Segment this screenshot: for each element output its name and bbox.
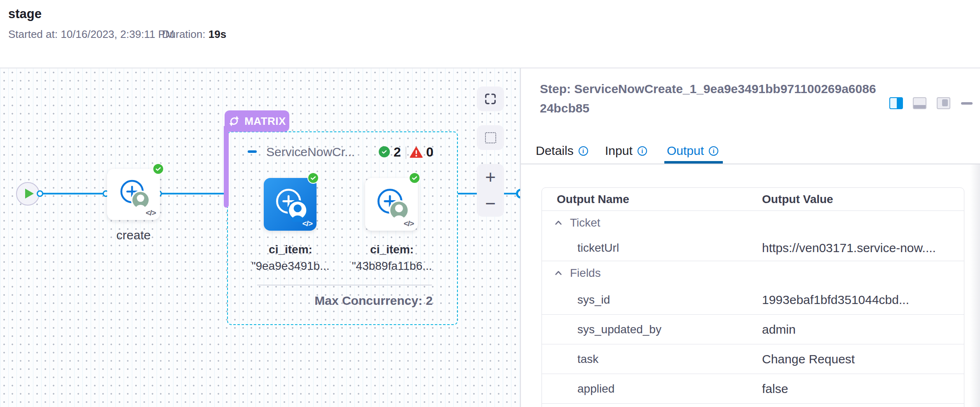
fullscreen-button[interactable]: [477, 87, 504, 111]
table-row: ticketUrl https://ven03171.service-now..…: [542, 235, 964, 261]
group-row-fields: Fields: [542, 261, 964, 285]
output-value: admin: [762, 323, 796, 337]
tab-details-label: Details: [536, 144, 574, 158]
servicenow-step-icon: [373, 184, 410, 222]
minimize-panel-button[interactable]: [961, 102, 973, 105]
tabs-divider: [521, 164, 980, 164]
info-icon[interactable]: i: [579, 146, 588, 156]
marquee-icon: [485, 132, 496, 143]
max-concurrency-label: Max Concurrency: 2: [288, 294, 433, 308]
play-icon: [25, 189, 34, 199]
zoom-in-button[interactable]: +: [485, 168, 496, 186]
table-row: sys_id 1993ebaf1bfd351044cbd...: [542, 285, 964, 315]
output-value: false: [762, 382, 788, 396]
step-details-panel: Step: ServiceNowCreate_1_9ea9e3491bb9711…: [521, 68, 980, 407]
output-name: ticketUrl: [542, 241, 762, 255]
success-status-icon: [409, 172, 420, 184]
fullscreen-icon: [484, 93, 497, 105]
matrix-group-bar: [224, 126, 229, 208]
tab-input-label: Input: [605, 144, 633, 158]
group-toggle-ticket[interactable]: Ticket: [542, 216, 600, 229]
tab-output-label: Output: [667, 144, 704, 158]
loop-icon: [228, 115, 240, 127]
duration-value: 19s: [209, 28, 226, 40]
warning-icon: [410, 146, 423, 158]
success-count-icon: [379, 146, 390, 157]
check-icon: [411, 174, 418, 182]
layout-split-view-button[interactable]: [889, 97, 903, 109]
started-at-label: Started at:: [8, 28, 58, 40]
edge-create-to-matrix: [159, 193, 228, 194]
create-node-label: create: [103, 228, 164, 242]
duration: Duration: 19s: [162, 28, 226, 41]
matrix-tag: MATRIX: [225, 110, 289, 132]
step-title-name: ServiceNowCreate_1_9ea9e3491bb971100269a…: [540, 82, 876, 115]
matrix-item-key: ci_item:: [338, 241, 446, 258]
tab-input[interactable]: Input i: [605, 144, 647, 158]
output-table: Output Name Output Value Ticket ticketUr…: [542, 187, 964, 407]
page-title: stage: [8, 7, 42, 21]
edge-port-clipped: [516, 189, 521, 199]
step-title: Step: ServiceNowCreate_1_9ea9e3491bb9711…: [540, 79, 877, 118]
output-value: 1993ebaf1bfd351044cbd...: [762, 293, 909, 307]
layout-bottom-view-button[interactable]: [913, 97, 926, 109]
check-icon: [155, 165, 162, 173]
edge-port: [37, 190, 43, 197]
pipeline-canvas[interactable]: </> create MATRIX ServiceNowCr... 2 0: [0, 68, 521, 407]
zoom-controls: + −: [477, 164, 504, 217]
group-toggle-fields[interactable]: Fields: [542, 267, 601, 280]
success-count: 2: [394, 145, 401, 160]
table-row: task Change Request: [542, 344, 964, 374]
tab-output[interactable]: Output i: [667, 144, 718, 158]
started-at: Started at: 10/16/2023, 2:39:11 PM: [8, 28, 174, 41]
step-node-create[interactable]: </>: [107, 169, 160, 220]
servicenow-step-icon: [271, 184, 309, 222]
zoom-out-button[interactable]: −: [485, 194, 496, 213]
info-icon[interactable]: i: [638, 146, 647, 156]
failed-count: 0: [426, 145, 434, 160]
selection-mode-button[interactable]: [477, 125, 504, 150]
matrix-item-label-2: ci_item: "43b89fa11b6...: [338, 241, 446, 274]
layout-right-view-button[interactable]: [937, 97, 950, 109]
code-icon: </>: [404, 219, 414, 228]
check-icon: [309, 174, 317, 182]
matrix-item-key: ci_item:: [237, 241, 345, 258]
code-icon: </>: [146, 208, 156, 218]
duration-label: Duration:: [162, 28, 206, 40]
output-value-header: Output Value: [762, 193, 833, 206]
matrix-item-value: "43b89fa11b6...: [338, 258, 446, 274]
stage-header: stage Started at: 10/16/2023, 2:39:11 PM…: [0, 0, 980, 68]
output-name: applied: [542, 382, 762, 395]
started-at-value: 10/16/2023, 2:39:11 PM: [61, 28, 174, 40]
ticket-url-link[interactable]: https://ven03171.service-now....: [762, 241, 936, 255]
count-divider: [406, 147, 406, 159]
group-label: Fields: [570, 267, 601, 280]
panel-edge-fade: [970, 164, 980, 407]
matrix-collapse-button[interactable]: [248, 150, 257, 153]
chevron-up-icon: [554, 269, 563, 277]
group-row-ticket: Ticket: [542, 211, 964, 235]
code-icon: </>: [302, 219, 312, 228]
matrix-step-node-1[interactable]: </>: [264, 178, 317, 231]
output-name: sys_id: [542, 293, 762, 306]
matrix-item-label-1: ci_item: "9ea9e3491b...: [237, 241, 345, 274]
info-icon[interactable]: i: [709, 146, 718, 156]
step-title-label: Step:: [540, 82, 571, 96]
matrix-title: ServiceNowCr...: [266, 145, 355, 159]
layout-right-view-glyph: [942, 99, 948, 106]
success-status-icon: [307, 172, 319, 184]
matrix-step-node-2[interactable]: </>: [365, 178, 418, 231]
check-icon: [381, 148, 388, 155]
group-label: Ticket: [570, 216, 600, 229]
matrix-tag-label: MATRIX: [244, 115, 286, 128]
table-row: sys_updated_by admin: [542, 315, 964, 344]
tab-details[interactable]: Details i: [536, 144, 588, 158]
output-value: Change Request: [762, 352, 855, 366]
table-row: applied false: [542, 374, 964, 404]
output-name-header: Output Name: [542, 193, 762, 206]
start-node[interactable]: [16, 182, 40, 206]
output-table-header: Output Name Output Value: [542, 188, 964, 211]
output-name: task: [542, 353, 762, 366]
servicenow-step-icon: [116, 175, 151, 211]
chevron-up-icon: [554, 219, 563, 227]
